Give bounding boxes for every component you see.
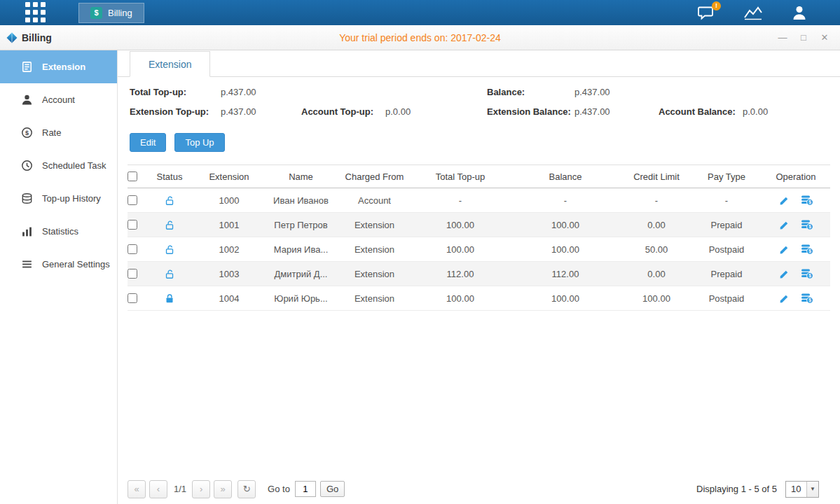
sidebar-item-label: Account (42, 94, 75, 105)
billing-app-tab[interactable]: $ Billing (78, 3, 144, 23)
page-size-value: 10 (786, 484, 806, 494)
minimize-button[interactable]: — (777, 32, 788, 43)
header-total-topup: Total Top-up (411, 172, 509, 182)
cell-charged-from: Extension (338, 244, 411, 255)
account-topup-value: p.0.00 (385, 106, 487, 117)
lock-icon[interactable] (165, 293, 175, 304)
row-checkbox[interactable] (128, 293, 137, 303)
sidebar-item-general-settings[interactable]: General Settings (0, 248, 117, 281)
coins-stack-icon (21, 192, 33, 204)
sidebar-item-account[interactable]: Account (0, 83, 117, 116)
sidebar-item-statistics[interactable]: Statistics (0, 215, 117, 248)
goto-page-input[interactable] (295, 481, 316, 497)
cell-credit-limit: - (621, 195, 691, 206)
first-page-button[interactable]: « (128, 480, 146, 498)
settings-lines-icon (21, 258, 33, 270)
user-account-icon[interactable] (791, 5, 808, 20)
edit-button[interactable]: Edit (130, 133, 166, 152)
displaying-count: Displaying 1 - 5 of 5 (696, 484, 777, 494)
sidebar-item-label: Top-up History (42, 193, 101, 204)
tab-extension[interactable]: Extension (130, 51, 210, 77)
cell-name: Мария Ива... (264, 244, 338, 255)
page-indicator: 1/1 (174, 484, 186, 494)
cell-balance: 100.00 (509, 244, 621, 255)
cell-credit-limit: 100.00 (621, 293, 691, 304)
close-button[interactable]: ✕ (819, 32, 830, 43)
go-button[interactable]: Go (320, 481, 345, 497)
svg-text:$: $ (25, 130, 29, 136)
row-checkbox[interactable] (128, 220, 137, 230)
extension-topup-label: Extension Top-up: (130, 106, 221, 117)
top-up-money-icon[interactable]: $ (801, 244, 813, 255)
unlock-icon[interactable] (165, 195, 175, 206)
cell-pay-type: Prepaid (691, 220, 762, 230)
maximize-button[interactable]: □ (798, 32, 809, 43)
header-status: Status (145, 172, 194, 182)
unlock-icon[interactable] (165, 269, 175, 279)
top-up-button[interactable]: Top Up (174, 133, 224, 152)
chevron-down-icon: ▼ (806, 482, 818, 497)
sidebar-item-extension[interactable]: Extension (0, 50, 117, 83)
table-row: 1002 Мария Ива... Extension 100.00 100.0… (128, 237, 830, 262)
sidebar-item-label: Extension (42, 62, 85, 72)
select-all-checkbox[interactable] (128, 172, 137, 181)
table-row: 1001 Петр Петров Extension 100.00 100.00… (128, 213, 830, 237)
extension-balance-value: p.437.00 (574, 106, 659, 117)
unlock-icon[interactable] (165, 244, 175, 255)
last-page-button[interactable]: » (214, 480, 232, 498)
top-up-money-icon[interactable]: $ (801, 293, 813, 304)
rate-icon: $ (21, 127, 33, 139)
account-balance-label: Account Balance: (659, 106, 743, 117)
cell-pay-type: Postpaid (691, 244, 762, 255)
header-balance: Balance (509, 172, 621, 182)
row-checkbox[interactable] (128, 244, 137, 254)
prev-page-button[interactable]: ‹ (149, 480, 167, 498)
sidebar-item-label: Scheduled Task (42, 160, 106, 171)
row-checkbox[interactable] (128, 269, 137, 279)
table-row: 1003 Дмитрий Д... Extension 112.00 112.0… (128, 262, 830, 286)
edit-pencil-icon[interactable] (779, 220, 790, 230)
apps-menu-icon[interactable] (25, 2, 48, 23)
cell-balance: - (509, 195, 621, 206)
goto-label: Go to (268, 484, 290, 494)
cell-extension: 1003 (194, 269, 264, 279)
cell-credit-limit: 50.00 (621, 244, 691, 255)
window-title-bar: Billing Your trial period ends on: 2017-… (0, 25, 840, 50)
sidebar-item-topup-history[interactable]: Top-up History (0, 182, 117, 215)
cell-name: Юрий Юрь... (264, 293, 338, 304)
refresh-button[interactable]: ↻ (237, 480, 256, 498)
sidebar-item-rate[interactable]: $ Rate (0, 116, 117, 149)
sidebar-item-label: Statistics (42, 226, 78, 237)
cell-name: Иван Иванов (264, 195, 338, 206)
cell-name: Петр Петров (264, 220, 338, 230)
svg-text:$: $ (808, 200, 811, 205)
page-size-select[interactable]: 10 ▼ (785, 481, 819, 498)
cell-charged-from: Extension (338, 269, 411, 279)
balance-label: Balance: (487, 87, 574, 97)
row-checkbox[interactable] (128, 195, 137, 205)
top-up-money-icon[interactable]: $ (801, 219, 813, 230)
sidebar-item-scheduled-task[interactable]: Scheduled Task (0, 149, 117, 182)
statistics-chart-icon[interactable] (743, 6, 763, 20)
edit-pencil-icon[interactable] (779, 293, 790, 304)
account-icon (21, 94, 33, 106)
top-bar: $ Billing ! (0, 0, 840, 25)
next-page-button[interactable]: › (192, 480, 210, 498)
notifications-icon[interactable]: ! (698, 6, 715, 20)
cell-charged-from: Account (338, 195, 411, 206)
total-topup-value: p.437.00 (221, 87, 301, 97)
top-up-money-icon[interactable]: $ (801, 268, 813, 279)
edit-pencil-icon[interactable] (779, 244, 790, 255)
total-topup-label: Total Top-up: (130, 87, 221, 97)
header-charged-from: Charged From (338, 172, 411, 182)
balance-value: p.437.00 (574, 87, 659, 97)
edit-pencil-icon[interactable] (779, 269, 790, 279)
top-up-money-icon[interactable]: $ (801, 195, 813, 206)
header-operation: Operation (762, 172, 830, 182)
extension-table: Status Extension Name Charged From Total… (128, 164, 830, 311)
edit-pencil-icon[interactable] (779, 195, 790, 206)
unlock-icon[interactable] (165, 220, 175, 230)
sidebar-item-label: General Settings (42, 259, 110, 270)
extension-icon (21, 61, 33, 73)
cell-total-topup: - (411, 195, 509, 206)
